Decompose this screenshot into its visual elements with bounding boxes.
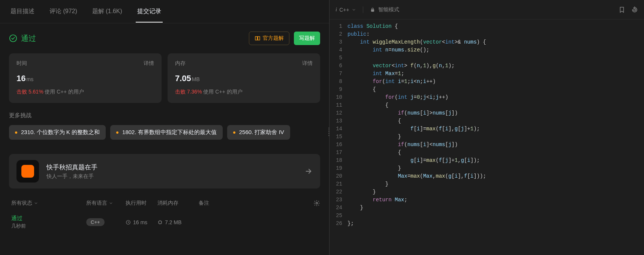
check-circle-icon: [9, 34, 17, 42]
time-unit: ms: [26, 76, 33, 82]
tab-submissions[interactable]: 提交记录: [136, 1, 163, 22]
row-mem: 7.2 MB: [165, 219, 181, 225]
challenge-label: 2310. 个位数字为 K 的整数之和: [21, 129, 100, 136]
divider: [363, 6, 363, 13]
chevron-down-icon: [352, 8, 356, 12]
challenge-chip[interactable]: 2560. 打家劫舍 IV: [227, 125, 290, 140]
reset-icon[interactable]: [631, 6, 638, 13]
chevron-down-icon: [109, 201, 113, 205]
challenge-label: 1802. 有界数组中指定下标处的最大值: [122, 129, 217, 136]
submissions-panel: 题目描述 评论 (972) 题解 (1.6K) 提交记录 通过 官方题解 写题解…: [0, 0, 329, 255]
promo-app-icon: [16, 160, 39, 183]
stats-cards: 时间 详情 16ms 击败 5.61% 使用 C++ 的用户 内存 详情 7.0…: [0, 50, 329, 109]
promo-card[interactable]: 快手秋招真题在手 快人一手，未来在手: [9, 154, 320, 189]
time-value: 16: [16, 74, 25, 83]
mem-label: 内存: [175, 60, 186, 67]
header-note: 备注: [199, 200, 309, 207]
panel-resize-handle[interactable]: [328, 128, 329, 136]
time-detail-link[interactable]: 详情: [144, 60, 154, 67]
mode-label: 智能模式: [378, 6, 399, 13]
more-title: 更多挑战: [9, 112, 320, 119]
book-icon: [255, 35, 261, 41]
challenge-chip[interactable]: 1802. 有界数组中指定下标处的最大值: [110, 125, 223, 140]
status-label: 通过: [21, 33, 36, 44]
time-beat-pre: 击败: [16, 89, 27, 95]
filter-language[interactable]: 所有语言: [86, 200, 126, 207]
header-runtime: 执行用时: [126, 200, 157, 207]
mem-card: 内存 详情 7.05MB 击败 7.36% 使用 C++ 的用户: [168, 53, 320, 103]
svg-point-1: [316, 202, 318, 204]
header-memory: 消耗内存: [157, 200, 199, 207]
mem-beat-pre: 击败: [175, 89, 186, 95]
chevron-down-icon: [34, 201, 38, 205]
time-beat-suf: 使用 C++ 的用户: [45, 89, 84, 95]
language-label: C++: [339, 7, 349, 13]
write-solution-button[interactable]: 写题解: [294, 32, 320, 45]
difficulty-dot-icon: [233, 131, 235, 134]
arrow-right-icon: [304, 167, 313, 175]
tab-bar: 题目描述 评论 (972) 题解 (1.6K) 提交记录: [0, 0, 329, 23]
official-solution-label: 官方题解: [263, 35, 284, 42]
tab-solutions[interactable]: 题解 (1.6K): [91, 1, 124, 22]
code-area[interactable]: class Solution { public: int wiggleMaxLe…: [347, 23, 644, 255]
line-gutter: 1234567891011121314151617181920212223242…: [329, 23, 347, 255]
italic-i-icon: i: [335, 6, 337, 13]
table-settings[interactable]: [309, 200, 320, 207]
language-select[interactable]: i C++: [335, 6, 356, 13]
challenge-label: 2560. 打家劫舍 IV: [239, 129, 284, 136]
status-accepted: 通过: [9, 33, 36, 44]
promo-subtitle: 快人一手，未来在手: [46, 173, 297, 180]
bookmark-icon[interactable]: [619, 6, 625, 13]
time-card: 时间 详情 16ms 击败 5.61% 使用 C++ 的用户: [9, 53, 162, 103]
code-editor[interactable]: 1234567891011121314151617181920212223242…: [329, 20, 644, 255]
tab-comments[interactable]: 评论 (972): [48, 1, 79, 22]
mem-unit: MB: [192, 76, 200, 82]
row-ago: 几秒前: [11, 223, 86, 229]
difficulty-dot-icon: [116, 131, 118, 134]
smart-mode[interactable]: 智能模式: [370, 6, 399, 13]
challenge-chip[interactable]: 2310. 个位数字为 K 的整数之和: [9, 125, 106, 140]
status-row: 通过 官方题解 写题解: [0, 23, 329, 50]
mem-beat-suf: 使用 C++ 的用户: [203, 89, 242, 95]
chip-icon: [157, 220, 163, 225]
submission-row[interactable]: 通过 几秒前 C++ 16 ms 7.2 MB: [0, 210, 329, 234]
gear-icon: [313, 200, 320, 207]
clock-icon: [126, 220, 131, 225]
official-solution-button[interactable]: 官方题解: [249, 32, 289, 45]
filter-status[interactable]: 所有状态: [11, 200, 86, 207]
time-beat-pct: 5.61%: [28, 89, 43, 95]
submissions-table-head: 所有状态 所有语言 执行用时 消耗内存 备注: [0, 195, 329, 210]
row-time: 16 ms: [133, 219, 147, 225]
promo-title: 快手秋招真题在手: [46, 163, 297, 172]
code-editor-panel: i C++ 智能模式 12345678910111213141516171819…: [329, 0, 644, 255]
mem-detail-link[interactable]: 详情: [302, 60, 313, 67]
editor-toolbar: i C++ 智能模式: [329, 0, 644, 20]
svg-rect-4: [371, 9, 374, 11]
mem-value: 7.05: [175, 74, 191, 83]
mem-beat-pct: 7.36%: [187, 89, 202, 95]
row-lang-tag: C++: [86, 218, 105, 226]
svg-rect-3: [159, 221, 162, 223]
tab-description[interactable]: 题目描述: [9, 1, 36, 22]
more-challenges: 更多挑战 2310. 个位数字为 K 的整数之和 1802. 有界数组中指定下标…: [0, 109, 329, 144]
time-label: 时间: [16, 60, 27, 67]
row-status: 通过: [11, 215, 86, 222]
svg-point-0: [10, 35, 16, 42]
difficulty-dot-icon: [15, 131, 17, 134]
lock-icon: [370, 7, 375, 12]
